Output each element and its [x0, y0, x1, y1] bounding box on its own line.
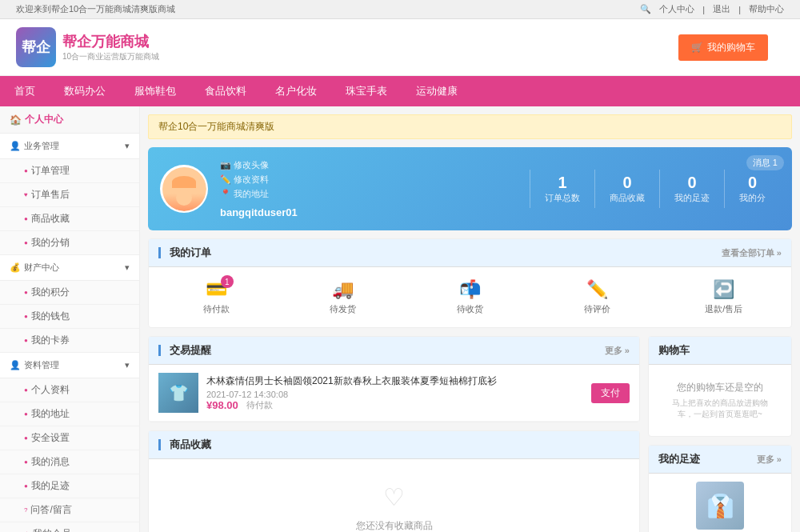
favorites-title-area: 商品收藏: [158, 438, 211, 452]
favorites-empty-text: 您还没有收藏商品: [165, 519, 623, 532]
footprint-more[interactable]: 更多 »: [757, 454, 782, 466]
cart-label: 我的购物车: [707, 41, 755, 54]
avatar-inner: [162, 167, 206, 211]
exit-link[interactable]: 退出: [713, 3, 730, 15]
favorites-card: 商品收藏 ♡ 您还没有收藏商品 收藏的商品将展示在这里，快去抢购活动和跟价优惠: [148, 430, 640, 532]
transaction-right: 购物车 您的购物车还是空的 马上把喜欢的商品放进购物车，一起到首页逛逛吧~ 我的…: [648, 336, 792, 532]
transaction-title: 交易提醒: [170, 343, 211, 358]
pay-button[interactable]: 支付: [591, 383, 630, 403]
sidebar-my-points[interactable]: ●我的积分: [0, 281, 139, 305]
order-tab-pending-ship[interactable]: 🚚 待发货: [288, 279, 399, 315]
notification-badge: 消息 1: [746, 155, 784, 170]
sidebar-business-mgmt[interactable]: 👤 业务管理 ▾: [0, 134, 139, 159]
main-nav: 首页 数码办公 服饰鞋包 食品饮料 名户化妆 珠宝手表 运动健康: [0, 76, 800, 106]
cart-title: 购物车: [658, 343, 690, 358]
username: bangqitduser01: [220, 206, 298, 218]
sidebar-personal-info[interactable]: ●个人资料: [0, 378, 139, 402]
pending-pay-badge: 1: [221, 275, 234, 288]
pending-ship-label: 待发货: [288, 303, 399, 315]
my-address-btn[interactable]: 📍我的地址: [220, 188, 298, 200]
sidebar-security[interactable]: ●安全设置: [0, 426, 139, 450]
sidebar-sub-section: ●订单管理 ♥订单售后 ●商品收藏 ●我的分销: [0, 159, 139, 255]
stat-favorites-num: 0: [610, 174, 645, 192]
logo-text: 帮企万能商城 10合一商业运营版万能商城: [62, 32, 159, 62]
sidebar-order-mgmt[interactable]: ●订单管理: [0, 159, 139, 183]
sidebar-finance-center[interactable]: 💰 财产中心 ▾: [0, 255, 139, 281]
pending-pay-icon: 💳 1: [206, 279, 227, 300]
stat-orders: 1 订单总数: [530, 170, 594, 208]
stat-footprint-label: 我的足迹: [674, 192, 710, 204]
logo-title: 帮企万能商城: [62, 32, 159, 51]
sidebar-order-refund[interactable]: ♥订单售后: [0, 183, 139, 207]
order-tabs: 💳 1 待付款 🚚 待发货 📬 待收货 ✏️ 待评价: [149, 267, 791, 327]
transaction-status: 待付款: [246, 399, 273, 411]
view-all-orders[interactable]: 查看全部订单 »: [722, 247, 782, 259]
help-link[interactable]: 帮助中心: [749, 3, 784, 15]
order-tab-pending-receive[interactable]: 📬 待收货: [414, 279, 526, 315]
blue-bar-2-icon: [158, 345, 161, 356]
order-tab-refund[interactable]: ↩️ 退款/售后: [668, 279, 779, 315]
stat-favorites: 0 商品收藏: [594, 170, 659, 208]
nav-clothing[interactable]: 服饰鞋包: [120, 76, 190, 106]
pending-pay-label: 待付款: [161, 303, 272, 315]
cart-button[interactable]: 🛒 我的购物车: [678, 34, 768, 61]
stat-footprint-num: 0: [674, 174, 710, 192]
footprint-title-area: 我的足迹: [658, 452, 700, 466]
footprint-title: 我的足迹: [658, 452, 700, 466]
sidebar-my-wallet[interactable]: ●我的钱包: [0, 305, 139, 329]
sidebar-my-membership[interactable]: ★我的会员: [0, 522, 139, 532]
nav-digital[interactable]: 数码办公: [50, 76, 120, 106]
transaction-more[interactable]: 更多 »: [605, 345, 630, 357]
nav-home[interactable]: 首页: [0, 76, 50, 106]
transaction-date: 2021-07-12 14:30:08: [206, 390, 583, 399]
sidebar-qa[interactable]: ?问答/留言: [0, 498, 139, 522]
sidebar-my-card[interactable]: ●我的卡券: [0, 329, 139, 353]
order-tab-pending-pay[interactable]: 💳 1 待付款: [161, 279, 272, 315]
footprint-img: 👔: [696, 482, 744, 530]
favorites-title: 商品收藏: [170, 438, 211, 452]
pending-review-icon: ✏️: [586, 279, 608, 300]
profile-actions: 📷修改头像 ✏️修改资料 📍我的地址 bangqitduser01: [220, 159, 298, 218]
breadcrumb-text: 帮企10合一万能商城清爽版: [158, 121, 274, 132]
breadcrumb: 帮企10合一万能商城清爽版: [148, 114, 792, 139]
nav-cosmetics[interactable]: 名户化妆: [261, 76, 331, 106]
logo-icon: 帮企: [16, 27, 56, 67]
sidebar-product-fav[interactable]: ●商品收藏: [0, 207, 139, 231]
my-orders-title-area: 我的订单: [158, 246, 211, 260]
stat-favorites-label: 商品收藏: [610, 192, 645, 204]
edit-avatar-btn[interactable]: 📷修改头像: [220, 159, 298, 171]
header: 帮企 帮企万能商城 10合一商业运营版万能商城 🛒 我的购物车: [0, 19, 800, 76]
nav-jewelry[interactable]: 珠宝手表: [331, 76, 402, 106]
sidebar-my-distribution[interactable]: ●我的分销: [0, 231, 139, 255]
edit-info-btn[interactable]: ✏️修改资料: [220, 174, 298, 186]
transaction-title-area: 交易提醒: [158, 343, 211, 358]
sidebar-my-address[interactable]: ●我的地址: [0, 402, 139, 426]
sidebar-personal-center: 🏠 个人中心: [0, 106, 139, 134]
pending-review-label: 待评价: [542, 303, 653, 315]
favorites-empty: ♡ 您还没有收藏商品 收藏的商品将展示在这里，快去抢购活动和跟价优惠: [149, 459, 639, 532]
blue-bar-icon: [158, 247, 161, 258]
order-tab-pending-review[interactable]: ✏️ 待评价: [542, 279, 653, 315]
finance-icon: 💰: [10, 262, 21, 273]
nav-sports[interactable]: 运动健康: [402, 76, 472, 106]
search-icon[interactable]: 🔍: [640, 4, 651, 14]
my-orders-section: 我的订单 查看全部订单 » 💳 1 待付款 🚚 待发货 📬: [148, 238, 792, 328]
heart-icon: ♡: [165, 483, 623, 511]
sidebar-my-message[interactable]: ●我的消息: [0, 450, 139, 474]
sidebar-info-mgmt[interactable]: 👤 资料管理 ▾: [0, 353, 139, 378]
main-container: 🏠 个人中心 👤 业务管理 ▾ ●订单管理 ♥订单售后 ●商品收藏 ●我的分销 …: [0, 106, 800, 532]
cart-icon: 🛒: [691, 42, 703, 53]
sidebar-my-footprint[interactable]: ●我的足迹: [0, 474, 139, 498]
transaction-header: 交易提醒 更多 »: [149, 337, 639, 365]
footprint-item: 👔 木林森情侣男士...: [649, 474, 791, 532]
info-icon: 👤: [10, 360, 21, 370]
person-icon: 🏠: [10, 114, 22, 126]
profile-card: 📷修改头像 ✏️修改资料 📍我的地址 bangqitduser01 1 订单总数…: [148, 147, 792, 230]
favorites-header: 商品收藏: [149, 431, 639, 459]
avatar: [160, 165, 208, 213]
personal-center-link[interactable]: 个人中心: [659, 3, 694, 15]
pending-receive-icon: 📬: [459, 279, 481, 300]
nav-food[interactable]: 食品饮料: [190, 76, 261, 106]
top-bar: 欢迎来到帮企10合一万能商城清爽版商城 🔍 个人中心 | 退出 | 帮助中心: [0, 0, 800, 19]
cart-card: 购物车 您的购物车还是空的 马上把喜欢的商品放进购物车，一起到首页逛逛吧~: [648, 336, 792, 437]
